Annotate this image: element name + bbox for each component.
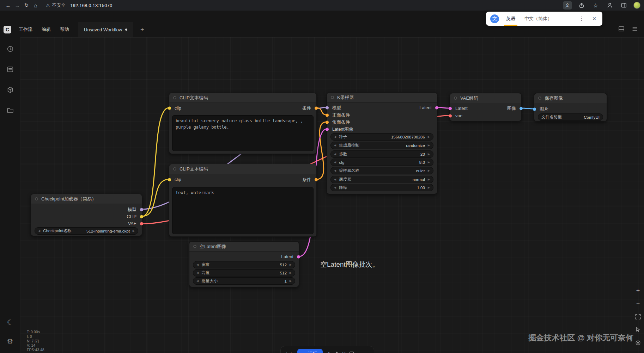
run-button[interactable]: 运行 xyxy=(297,349,323,353)
steps-widget[interactable]: 步数 20 xyxy=(330,150,433,158)
workflow-tab[interactable]: Unsaved Workflow xyxy=(78,22,133,37)
model-library-icon[interactable] xyxy=(5,105,16,116)
node-header[interactable]: 空Latent图像 xyxy=(189,242,299,252)
vae-slot-dot-icon[interactable] xyxy=(449,114,452,118)
collapse-dot-icon[interactable] xyxy=(35,197,38,200)
canvas-note[interactable]: 空Latent图像批次。 xyxy=(320,260,379,269)
zoom-out-button[interactable] xyxy=(633,299,643,308)
output-slot-conditioning[interactable]: 条件 xyxy=(302,105,316,112)
zoom-in-button[interactable] xyxy=(633,286,643,295)
batch-count[interactable]: 1 xyxy=(327,351,332,353)
image-slot-dot-icon[interactable] xyxy=(533,108,536,111)
drag-handle-icon[interactable] xyxy=(284,351,293,353)
menu-edit[interactable]: 编辑 xyxy=(37,22,55,37)
translate-close-icon[interactable] xyxy=(590,15,598,23)
workflow-history-icon[interactable] xyxy=(5,44,16,54)
conditioning-slot-dot-icon[interactable] xyxy=(315,107,318,110)
vae-slot-dot-icon[interactable] xyxy=(140,222,143,225)
settings-icon[interactable] xyxy=(5,336,16,347)
menu-help[interactable]: 帮助 xyxy=(55,22,74,37)
node-clip-text-encode-negative[interactable]: CLIP文本编码 clip 条件 text, watermark xyxy=(169,164,317,237)
node-header[interactable]: CLIP文本编码 xyxy=(169,164,316,174)
browser-forward-icon[interactable] xyxy=(13,1,22,10)
latent-slot-dot-icon[interactable] xyxy=(435,106,438,110)
output-slot-conditioning[interactable]: 条件 xyxy=(302,176,316,183)
translate-icon[interactable] xyxy=(563,1,572,10)
width-widget[interactable]: 宽度 512 xyxy=(193,261,295,268)
node-header[interactable]: K采样器 xyxy=(327,93,437,103)
model-slot-dot-icon[interactable] xyxy=(140,208,143,211)
node-clip-text-encode-positive[interactable]: CLIP文本编码 clip 条件 beautiful scenery natur… xyxy=(169,93,317,154)
collapse-dot-icon[interactable] xyxy=(538,97,541,100)
sampler-name-widget[interactable]: 采样器名称 euler xyxy=(330,167,433,174)
image-slot-dot-icon[interactable] xyxy=(520,107,523,110)
input-slot-model[interactable]: 模型 xyxy=(327,104,341,111)
latent-slot-dot-icon[interactable] xyxy=(449,107,452,110)
height-widget[interactable]: 高度 512 xyxy=(193,269,295,277)
comfyui-logo[interactable]: C xyxy=(4,26,11,33)
node-empty-latent-image[interactable]: 空Latent图像 Latent 宽度 512 高度 512 批量大小 1 xyxy=(189,241,299,287)
translate-options-icon[interactable] xyxy=(578,15,585,23)
site-security-badge[interactable]: 不安全 xyxy=(46,2,65,8)
input-slot-clip[interactable]: clip xyxy=(169,176,181,183)
increment-icon[interactable] xyxy=(335,352,338,353)
cfg-widget[interactable]: cfg 8.0 xyxy=(330,159,433,166)
node-header[interactable]: CLIP文本编码 xyxy=(169,93,316,103)
browser-back-icon[interactable] xyxy=(4,1,13,10)
input-slot-vae[interactable]: vae xyxy=(450,112,462,119)
node-header[interactable]: 保存图像 xyxy=(534,93,607,103)
output-slot-vae[interactable]: VAE xyxy=(128,220,142,227)
input-slot-image[interactable]: 图片 xyxy=(534,106,548,113)
translate-target-tab[interactable]: 中文（简体） xyxy=(522,12,554,26)
output-slot-model[interactable]: 模型 xyxy=(128,206,142,213)
input-slot-clip[interactable]: clip xyxy=(169,105,181,112)
collapse-dot-icon[interactable] xyxy=(331,96,334,99)
output-slot-latent[interactable]: Latent xyxy=(419,104,437,111)
model-slot-dot-icon[interactable] xyxy=(326,106,329,110)
batch-count-stepper[interactable] xyxy=(335,352,338,353)
output-slot-latent[interactable]: Latent xyxy=(281,253,299,260)
node-checkpoint-loader[interactable]: Checkpoint加载器（简易） 模型 CLIP VAE Checkpoint… xyxy=(31,194,142,236)
stop-run-icon[interactable] xyxy=(350,352,354,353)
theme-toggle-icon[interactable] xyxy=(5,317,16,328)
output-slot-image[interactable]: 图像 xyxy=(507,105,521,112)
conditioning-slot-dot-icon[interactable] xyxy=(315,178,318,181)
filename-prefix-widget[interactable]: 文件名前缀 ComfyUI xyxy=(538,113,603,121)
collapse-dot-icon[interactable] xyxy=(193,245,196,248)
conditioning-slot-dot-icon[interactable] xyxy=(326,121,329,124)
translate-source-tab[interactable]: 英语 xyxy=(504,12,517,26)
cancel-run-icon[interactable] xyxy=(342,350,346,353)
input-slot-negative[interactable]: 负面条件 xyxy=(327,119,350,126)
collapse-dot-icon[interactable] xyxy=(173,167,176,171)
bookmark-star-icon[interactable] xyxy=(591,1,600,10)
browser-avatar[interactable] xyxy=(633,2,640,9)
focus-mode-button[interactable] xyxy=(633,338,643,347)
browser-home-icon[interactable] xyxy=(31,1,40,10)
node-ksampler[interactable]: K采样器 模型 Latent 正面条件 负面条件 Latent图像 种子 156… xyxy=(327,92,437,194)
side-panel-icon[interactable] xyxy=(619,1,628,10)
input-slot-latent[interactable]: Latent xyxy=(450,105,468,112)
profile-icon[interactable] xyxy=(605,1,614,10)
share-icon[interactable] xyxy=(577,1,586,10)
negative-prompt-textarea[interactable]: text, watermark xyxy=(172,187,314,234)
select-mode-button[interactable] xyxy=(633,325,643,334)
conditioning-slot-dot-icon[interactable] xyxy=(326,114,329,117)
queue-icon[interactable] xyxy=(5,64,16,75)
collapse-dot-icon[interactable] xyxy=(173,96,176,99)
scheduler-widget[interactable]: 调度器 normal xyxy=(330,176,433,183)
latent-slot-dot-icon[interactable] xyxy=(297,255,300,259)
bottom-panel-toggle-icon[interactable] xyxy=(618,25,625,34)
browser-reload-icon[interactable] xyxy=(22,1,31,10)
menu-workflow[interactable]: 工作流 xyxy=(14,22,37,37)
node-vae-decode[interactable]: VAE解码 Latent 图像 vae xyxy=(450,93,522,121)
fit-view-button[interactable] xyxy=(633,312,643,321)
batch-size-widget[interactable]: 批量大小 1 xyxy=(193,277,295,285)
control-after-generate-widget[interactable]: 生成后控制 randomize xyxy=(330,142,433,149)
seed-widget[interactable]: 种子 156680208700286 xyxy=(330,133,433,141)
output-slot-clip[interactable]: CLIP xyxy=(127,213,142,220)
clip-slot-dot-icon[interactable] xyxy=(168,107,171,110)
latent-slot-dot-icon[interactable] xyxy=(326,128,329,131)
positive-prompt-textarea[interactable]: beautiful scenery nature glass bottle la… xyxy=(172,115,314,151)
denoise-widget[interactable]: 降噪 1.00 xyxy=(330,184,433,191)
menu-list-icon[interactable] xyxy=(631,25,638,34)
